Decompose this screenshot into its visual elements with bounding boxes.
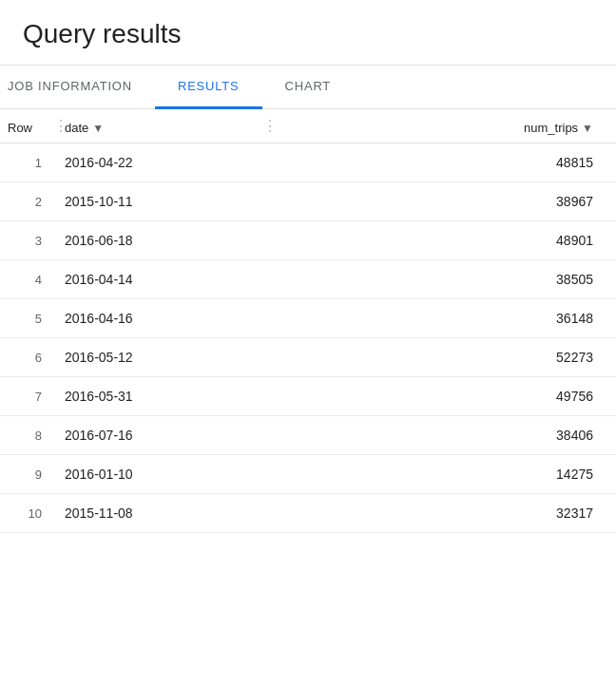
table-row: 12016-04-2248815 bbox=[0, 143, 616, 182]
table-row: 22015-10-1138967 bbox=[0, 182, 616, 221]
cell-row-num: 3 bbox=[0, 221, 57, 260]
table-row: 102015-11-0832317 bbox=[0, 494, 616, 533]
tab-job-information[interactable]: JOB INFORMATION bbox=[0, 66, 155, 109]
table-row: 42016-04-1438505 bbox=[0, 260, 616, 299]
cell-num-trips: 38406 bbox=[266, 416, 616, 455]
results-table: Row ⋮ date ▼ ⋮ num_trips ▼ ⋮ bbox=[0, 109, 616, 533]
table-row: 92016-01-1014275 bbox=[0, 455, 616, 494]
cell-num-trips: 48815 bbox=[266, 143, 616, 182]
cell-date: 2016-05-12 bbox=[57, 338, 266, 377]
tabs-bar: JOB INFORMATION RESULTS CHART bbox=[0, 66, 616, 109]
cell-num-trips: 14275 bbox=[266, 455, 616, 494]
cell-date: 2016-01-10 bbox=[57, 455, 266, 494]
tab-chart[interactable]: CHART bbox=[262, 66, 355, 109]
cell-num-trips: 48901 bbox=[266, 221, 616, 260]
cell-row-num: 9 bbox=[0, 455, 57, 494]
table-row: 82016-07-1638406 bbox=[0, 416, 616, 455]
col-header-date[interactable]: date ▼ ⋮ bbox=[57, 109, 266, 143]
cell-row-num: 1 bbox=[0, 143, 57, 182]
table-row: 72016-05-3149756 bbox=[0, 377, 616, 416]
cell-date: 2016-06-18 bbox=[57, 221, 266, 260]
table-row: 62016-05-1252273 bbox=[0, 338, 616, 377]
results-table-container: Row ⋮ date ▼ ⋮ num_trips ▼ ⋮ bbox=[0, 109, 616, 533]
col-header-row: Row ⋮ bbox=[0, 109, 57, 143]
cell-row-num: 8 bbox=[0, 416, 57, 455]
sort-icon-num-trips: ▼ bbox=[582, 122, 593, 135]
col-num-trips-label: num_trips bbox=[524, 121, 578, 135]
resize-handle-num-trips[interactable]: ⋮ bbox=[612, 117, 616, 135]
cell-date: 2016-04-14 bbox=[57, 260, 266, 299]
col-header-num-trips[interactable]: num_trips ▼ ⋮ bbox=[266, 109, 616, 143]
cell-row-num: 7 bbox=[0, 377, 57, 416]
tab-results[interactable]: RESULTS bbox=[155, 66, 262, 109]
table-row: 52016-04-1636148 bbox=[0, 299, 616, 338]
cell-date: 2015-10-11 bbox=[57, 182, 266, 221]
cell-date: 2015-11-08 bbox=[57, 494, 266, 533]
cell-date: 2016-07-16 bbox=[57, 416, 266, 455]
table-body: 12016-04-224881522015-10-113896732016-06… bbox=[0, 143, 616, 533]
cell-num-trips: 52273 bbox=[266, 338, 616, 377]
cell-row-num: 2 bbox=[0, 182, 57, 221]
cell-num-trips: 36148 bbox=[266, 299, 616, 338]
col-row-label: Row bbox=[8, 121, 32, 135]
cell-date: 2016-04-16 bbox=[57, 299, 266, 338]
cell-row-num: 4 bbox=[0, 260, 57, 299]
cell-date: 2016-05-31 bbox=[57, 377, 266, 416]
table-header-row: Row ⋮ date ▼ ⋮ num_trips ▼ ⋮ bbox=[0, 109, 616, 143]
cell-date: 2016-04-22 bbox=[57, 143, 266, 182]
cell-num-trips: 32317 bbox=[266, 494, 616, 533]
cell-row-num: 5 bbox=[0, 299, 57, 338]
sort-icon-date: ▼ bbox=[92, 122, 104, 135]
table-row: 32016-06-1848901 bbox=[0, 221, 616, 260]
cell-num-trips: 38967 bbox=[266, 182, 616, 221]
cell-num-trips: 49756 bbox=[266, 377, 616, 416]
col-date-label: date bbox=[65, 121, 88, 135]
cell-row-num: 10 bbox=[0, 494, 57, 533]
cell-num-trips: 38505 bbox=[266, 260, 616, 299]
cell-row-num: 6 bbox=[0, 338, 57, 377]
page-title: Query results bbox=[0, 0, 616, 65]
